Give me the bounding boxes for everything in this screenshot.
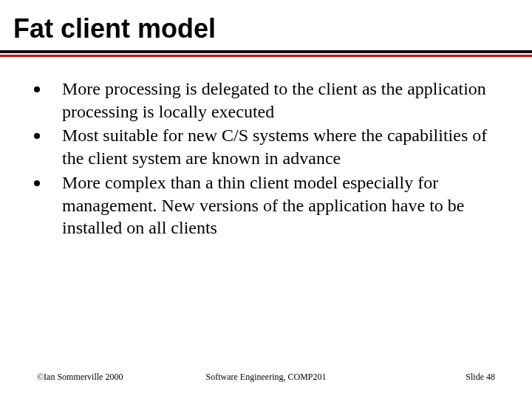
footer-copyright: ©Ian Sommerville 2000: [37, 372, 123, 383]
title-underline-black: [0, 50, 532, 53]
footer: ©Ian Sommerville 2000 Software Engineeri…: [0, 372, 532, 383]
bullet-item: More processing is delegated to the clie…: [30, 78, 502, 123]
bullet-item: Most suitable for new C/S systems where …: [30, 124, 502, 169]
slide-title: Fat client model: [0, 13, 532, 49]
slide: Fat client model More processing is dele…: [0, 0, 532, 399]
content-area: More processing is delegated to the clie…: [0, 57, 532, 239]
bullet-text: More processing is delegated to the clie…: [62, 78, 502, 123]
footer-course: Software Engineering, COMP201: [206, 372, 327, 383]
bullet-text: Most suitable for new C/S systems where …: [62, 124, 502, 169]
bullet-icon: [34, 180, 40, 186]
footer-slide-number: Slide 48: [466, 372, 495, 383]
bullet-text: More complex than a thin client model es…: [62, 171, 502, 239]
bullet-icon: [34, 86, 40, 92]
bullet-icon: [34, 133, 40, 139]
bullet-item: More complex than a thin client model es…: [30, 171, 502, 239]
